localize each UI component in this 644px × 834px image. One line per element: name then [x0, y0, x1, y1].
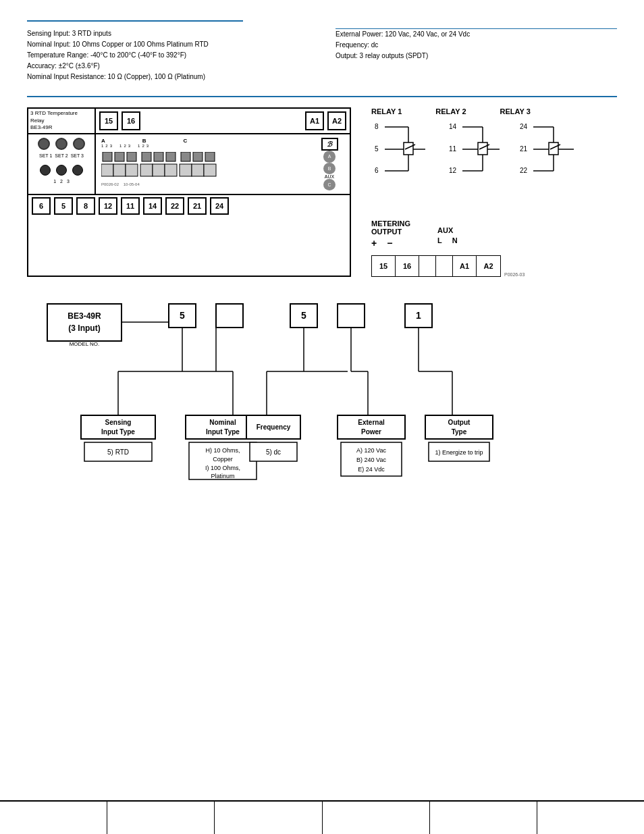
svg-rect-13 [153, 164, 165, 176]
relay3-label: RELAY 3 [500, 107, 531, 115]
svg-rect-16 [192, 164, 204, 176]
footer-cell-2 [107, 802, 215, 834]
model-diagram-svg: BE3-49R (3 Input) MODEL NO. 5 5 1 [27, 297, 618, 486]
metering-section: METERING OUTPUT + − AUX L N [371, 219, 617, 277]
relay-panel: 3 RTD Temperature Relay BE3-49R 15 16 A1… [27, 107, 351, 277]
col-header-b: B [142, 138, 146, 144]
svg-rect-17 [204, 164, 216, 176]
svg-text:1: 1 [416, 310, 421, 321]
svg-text:24: 24 [520, 123, 528, 130]
aux-label: AUX [325, 174, 334, 179]
strip-empty1 [419, 256, 436, 276]
terminal-top-row: 3 RTD Temperature Relay BE3-49R 15 16 A1… [28, 109, 350, 134]
relay2-label: RELAY 2 [435, 107, 466, 115]
terminal-bot-22: 22 [165, 197, 184, 215]
part-number2: P0026-03 [504, 272, 525, 277]
aux-label2: AUX [437, 226, 458, 234]
svg-text:H) 10 Ohms,: H) 10 Ohms, [205, 447, 240, 454]
terminal-a1-top: A1 [305, 111, 324, 130]
strip-15: 15 [372, 256, 396, 276]
indicator-a: A [323, 151, 336, 162]
output-label: OUTPUT [371, 228, 410, 236]
svg-rect-60 [338, 304, 365, 328]
relay-panel-inner: 3 RTD Temperature Relay BE3-49R 15 16 A1… [28, 109, 350, 217]
terminal-15: 15 [99, 111, 118, 130]
svg-text:22: 22 [520, 167, 528, 174]
svg-rect-4 [154, 152, 163, 161]
svg-text:Copper: Copper [213, 456, 233, 463]
terminal-bot-5: 5 [54, 197, 73, 215]
led-3 [72, 165, 83, 176]
svg-text:Frequency: Frequency [257, 423, 291, 431]
svg-rect-10 [113, 164, 126, 176]
terminal-16: 16 [122, 111, 140, 130]
panel-label-line1: 3 RTD Temperature Relay [30, 110, 92, 124]
terminal-bot-24: 24 [210, 197, 229, 215]
left-text-line5: Nominal Input Resistance: 10 Ω (Copper),… [27, 72, 308, 82]
svg-rect-3 [142, 152, 151, 161]
knob-set3 [73, 138, 85, 150]
svg-text:14: 14 [449, 123, 457, 130]
terminal-bottom-row: 6 5 8 12 11 14 22 21 24 [28, 195, 350, 217]
model-section: BE3-49R (3 Input) MODEL NO. 5 5 1 [27, 297, 617, 486]
strip-a1: A1 [453, 256, 477, 276]
panel-label-line2: BE3-49R [30, 124, 92, 131]
terminal-bot-21: 21 [188, 197, 207, 215]
panel-label: 3 RTD Temperature Relay BE3-49R [28, 108, 96, 133]
led-labels: 1 2 3 [32, 179, 91, 184]
top-section: Sensing Input: 3 RTD inputs Nominal Inpu… [27, 20, 617, 82]
svg-rect-5 [166, 152, 176, 161]
svg-text:5: 5 [301, 310, 306, 321]
led-row [32, 165, 91, 176]
knob-label-2: SET 2 [55, 153, 68, 158]
top-right-text: External Power: 120 Vac, 240 Vac, or 24 … [336, 28, 617, 82]
led-2 [56, 165, 67, 176]
svg-rect-14 [165, 164, 177, 176]
svg-text:12: 12 [449, 167, 457, 174]
led-label-2: 2 [60, 179, 63, 184]
indicator-b: B [323, 163, 336, 174]
led-1 [40, 165, 51, 176]
relay-contacts-svg: 8 5 6 14 11 12 [371, 119, 581, 207]
svg-text:1) Energize to trip: 1) Energize to trip [435, 449, 483, 456]
brand-icon: ℬ [321, 138, 338, 151]
svg-rect-9 [101, 164, 113, 176]
relay-diagram: RELAY 1 RELAY 2 RELAY 3 8 5 6 [371, 107, 617, 277]
minus-sign: − [387, 238, 392, 249]
svg-text:BE3-49R: BE3-49R [68, 311, 101, 321]
svg-rect-57 [216, 304, 243, 328]
svg-text:(3 Input): (3 Input) [68, 323, 100, 333]
terminal-strip: 15 16 A1 A2 [371, 255, 501, 277]
svg-text:E) 24 Vdc: E) 24 Vdc [358, 466, 385, 473]
svg-text:Power: Power [361, 428, 381, 436]
svg-rect-32 [478, 142, 487, 155]
footer-cell-6 [537, 802, 644, 834]
svg-rect-43 [549, 142, 558, 155]
page: Sensing Input: 3 RTD inputs Nominal Inpu… [0, 0, 644, 834]
svg-text:21: 21 [520, 145, 528, 153]
terminal-bot-empty [232, 197, 251, 215]
strip-16: 16 [396, 256, 419, 276]
footer-table [0, 800, 644, 834]
panel-right: ℬ A B AUX C [309, 134, 350, 194]
terminal-a2-top: A2 [327, 111, 346, 130]
right-text-line3: Output: 3 relay outputs (SPDT) [336, 51, 617, 61]
left-text-line3: Temperature Range: -40°C to 200°C (-40°F… [27, 50, 308, 61]
indicator-c: C [323, 179, 336, 190]
svg-text:B) 240 Vac: B) 240 Vac [356, 457, 386, 463]
svg-rect-8 [205, 152, 215, 161]
left-text-line4: Accuracy: ±2°C (±3.6°F) [27, 61, 308, 72]
terminal-bot-11: 11 [121, 197, 140, 215]
part-number: P0026-02 [101, 182, 119, 186]
col-header-a: A [101, 138, 105, 144]
svg-text:Input Type: Input Type [101, 428, 135, 436]
svg-text:Input Type: Input Type [206, 428, 240, 436]
knob-label-3: SET 3 [71, 153, 84, 158]
panel-middle: SET 1 SET 2 SET 3 1 2 3 [28, 134, 350, 195]
knob-label-1: SET 1 [39, 153, 52, 158]
strip-a2: A2 [477, 256, 500, 276]
svg-text:External: External [358, 419, 385, 426]
svg-rect-7 [193, 152, 203, 161]
svg-rect-15 [180, 164, 192, 176]
panel-center: A B C 123 123 123 [96, 134, 309, 194]
